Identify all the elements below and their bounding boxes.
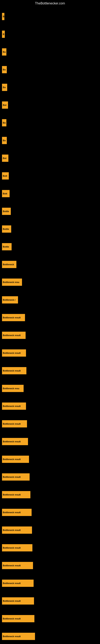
bar-item: Bottleneck result [2,526,32,534]
bar-row: Bottleneck result [2,362,98,380]
bar-item: Bottle [2,226,11,233]
bar-item: Bottleneck result [2,633,35,640]
bar-row: Bottleneck result [2,504,98,521]
bar-item: Bo [2,119,6,126]
bar-row: Bo [2,114,98,132]
bar-item: Bottleneck result [2,420,27,428]
bar-item: Bottleneck result [2,544,32,552]
bar-row: Bottleneck result [2,610,98,628]
bar-row: Bo [2,61,98,78]
bar-item: Bo [2,66,7,73]
bar-row: B [2,25,98,43]
bar-row: Bottleneck result [2,592,98,610]
bar-row: Bo [2,43,98,61]
bar-item: Bottle [2,243,12,250]
bar-item: Bottleneck result [2,314,25,321]
bar-row: Bottleneck result [2,344,98,362]
bar-item: Bo [2,137,7,144]
bar-item: Bott [2,190,10,197]
bar-row: Bottleneck [2,256,98,273]
bar-item: Bottleneck result [2,491,30,498]
site-title: TheBottlenecker.com [0,0,100,8]
bar-item: Bottleneck r [2,296,18,304]
bar-item: Bottleneck result [2,562,33,569]
bar-row: Bottleneck result [2,326,98,344]
bar-item: Bottleneck result [2,367,26,374]
bar-item: Bo [2,84,7,91]
bar-item: Bot [2,102,8,109]
bar-row: Bottleneck result [2,450,98,468]
bar-item: Bott [2,172,9,180]
bar-item: Bottleneck [2,261,16,268]
bar-row: Bottleneck result [2,628,98,644]
bars-container: BBBoBoBoBotBoBoBotBottBottBottleBottleBo… [0,8,100,644]
bar-row: Bottleneck result [2,521,98,539]
bar-row: Bottle [2,238,98,256]
bar-item: B [2,30,5,38]
bar-item: Bottleneck result [2,332,26,339]
bar-row: Bottleneck result [2,433,98,450]
bar-row: Bottleneck result [2,539,98,557]
bar-row: Bottleneck result [2,468,98,486]
bar-item: Bo [2,48,6,56]
bar-row: Bottleneck r [2,291,98,309]
bar-row: B [2,8,98,25]
bar-item: B [2,13,4,20]
bar-item: Bottleneck result [2,456,29,463]
bar-item: Bottleneck result [2,509,32,516]
bar-row: Bot [2,96,98,114]
bar-item: Bottleneck result [2,349,26,356]
bar-item: Bottleneck resu [2,278,22,286]
bar-item: Bot [2,154,8,162]
bar-row: Bot [2,149,98,167]
bar-item: Bottle [2,208,11,215]
bar-item: Bottleneck result [2,615,34,622]
bar-item: Bottleneck result [2,473,30,480]
bar-row: Bo [2,78,98,96]
bar-row: Bottleneck resu [2,273,98,291]
bar-item: Bottleneck result [2,438,28,445]
bar-row: Bottleneck result [2,557,98,574]
bar-row: Bo [2,132,98,149]
bar-row: Bottleneck resu [2,380,98,397]
bar-row: Bottleneck result [2,397,98,415]
bar-row: Bottleneck result [2,486,98,504]
bar-item: Bottleneck result [2,580,34,587]
bar-item: Bottleneck result [2,597,34,604]
bar-row: Bottleneck result [2,415,98,433]
bar-row: Bottleneck result [2,309,98,326]
bar-row: Bottle [2,220,98,238]
bar-row: Bott [2,185,98,202]
bar-item: Bottleneck result [2,402,26,410]
bar-item: Bottleneck resu [2,385,24,392]
bar-row: Bottleneck result [2,574,98,592]
bar-row: Bott [2,167,98,185]
bar-row: Bottle [2,202,98,220]
